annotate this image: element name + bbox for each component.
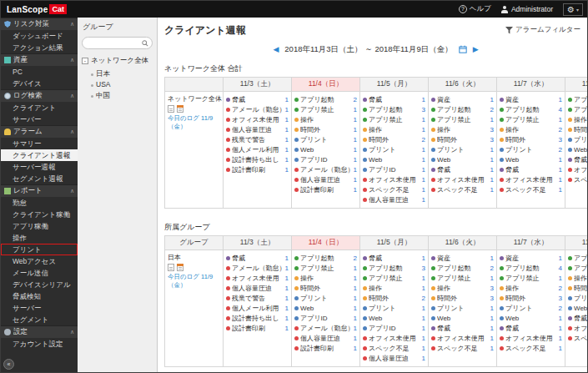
alarm-count-link[interactable]: 1 (422, 186, 425, 194)
prev-week-button[interactable]: ◀ (273, 45, 279, 53)
alarm-count-link[interactable]: 1 (422, 255, 425, 262)
sidebar-section-header[interactable]: 資産∧ (1, 53, 78, 66)
alarm-count-link[interactable]: 1 (285, 295, 289, 302)
alarm-count-link[interactable]: 1 (422, 116, 425, 123)
alarm-count-link[interactable]: 3 (422, 106, 425, 113)
alarm-count-link[interactable]: 1 (490, 156, 494, 164)
alarm-count-link[interactable]: 1 (490, 176, 494, 184)
sidebar-item[interactable]: 操作 (1, 232, 78, 244)
sidebar-item[interactable]: サーバー週報 (1, 161, 78, 173)
alarm-count-link[interactable]: 1 (285, 285, 289, 292)
sidebar-item[interactable]: デバイスシリアル (1, 279, 78, 290)
alarm-count-link[interactable]: 1 (285, 325, 289, 332)
alarm-count-link[interactable]: 1 (285, 106, 289, 113)
alarm-count-link[interactable]: 1 (559, 255, 562, 262)
sidebar-item[interactable]: クライアント稼働 (1, 209, 78, 220)
alarm-count-link[interactable]: 4 (559, 106, 562, 113)
alarm-count-link[interactable]: 1 (490, 335, 494, 342)
sidebar-item[interactable]: セグメント週報 (1, 173, 78, 184)
alarm-count-link[interactable]: 1 (422, 325, 425, 332)
alarm-count-link[interactable]: 1 (285, 315, 289, 322)
sidebar-item[interactable]: ダッシュボード (1, 30, 78, 42)
sidebar-item[interactable]: サマリー (1, 138, 78, 149)
alarm-count-link[interactable]: 1 (559, 345, 562, 352)
alarm-count-link[interactable]: 1 (490, 305, 494, 312)
sidebar-collapse-button[interactable]: « (3, 359, 14, 370)
alarm-count-link[interactable]: 1 (490, 345, 494, 352)
alarm-count-link[interactable]: 1 (285, 116, 289, 123)
tree-node[interactable]: 中国 (82, 90, 153, 101)
alarm-count-link[interactable]: 1 (422, 166, 425, 174)
alarm-count-link[interactable]: 1 (490, 96, 494, 103)
sidebar-section-header[interactable]: レポート∧ (1, 184, 78, 197)
alarm-count-link[interactable]: 1 (559, 325, 562, 332)
alarm-count-link[interactable]: 1 (354, 156, 357, 164)
alarm-count-link[interactable]: 1 (422, 126, 425, 134)
alarm-count-link[interactable]: 1 (354, 106, 357, 113)
alarm-count-link[interactable]: 3 (422, 265, 425, 272)
alarm-count-link[interactable]: 1 (285, 275, 289, 282)
alarm-count-link[interactable]: 1 (559, 315, 562, 322)
alarm-count-link[interactable]: 1 (422, 355, 425, 362)
alarm-count-link[interactable]: 1 (354, 335, 357, 342)
alarm-count-link[interactable]: 2 (422, 295, 425, 302)
tree-node-network-all[interactable]: - ネットワーク全体 (82, 56, 153, 66)
alarm-filter-button[interactable]: アラームフィルター (505, 25, 580, 35)
sidebar-item[interactable]: クライアント週報 (1, 149, 78, 161)
alarm-count-link[interactable]: 2 (559, 285, 562, 292)
log-list-icon[interactable] (168, 264, 174, 271)
alarm-count-link[interactable]: 1 (354, 265, 357, 272)
alarm-count-link[interactable]: 1 (490, 116, 494, 123)
alarm-count-link[interactable]: 1 (422, 345, 425, 352)
alarm-count-link[interactable]: 4 (559, 265, 562, 272)
alarm-count-link[interactable]: 3 (559, 136, 562, 144)
alarm-count-link[interactable]: 3 (490, 136, 494, 144)
sidebar-item[interactable]: サーバー (1, 302, 78, 314)
alarm-count-link[interactable]: 1 (354, 295, 357, 302)
alarm-count-link[interactable]: 1 (354, 146, 357, 154)
alarm-count-link[interactable]: 1 (559, 275, 562, 282)
alarm-count-link[interactable]: 2 (354, 96, 357, 103)
alarm-count-link[interactable]: 1 (422, 146, 425, 154)
alarm-count-link[interactable]: 1 (559, 96, 562, 103)
user-menu[interactable]: Administrator (501, 5, 553, 13)
alarm-count-link[interactable]: 1 (422, 96, 425, 103)
next-week-button[interactable]: ▶ (473, 45, 479, 53)
alarm-count-link[interactable]: 1 (559, 335, 562, 342)
alarm-count-link[interactable]: 1 (285, 146, 289, 154)
alarm-count-link[interactable]: 1 (559, 186, 562, 194)
alarm-count-link[interactable]: 1 (285, 265, 289, 272)
alarm-count-link[interactable]: 2 (422, 136, 425, 144)
alarm-count-link[interactable]: 2 (490, 106, 494, 113)
log-calendar-icon[interactable] (177, 264, 183, 271)
sidebar-item[interactable]: セグメント (1, 314, 78, 325)
alarm-count-link[interactable]: 2 (559, 305, 562, 312)
alarm-count-link[interactable]: 1 (559, 156, 562, 164)
alarm-count-link[interactable]: 1 (285, 136, 289, 144)
group-search-input[interactable] (86, 39, 142, 47)
alarm-count-link[interactable]: 1 (285, 126, 289, 134)
alarm-count-link[interactable]: 1 (354, 285, 357, 292)
alarm-count-link[interactable]: 1 (354, 275, 357, 282)
alarm-count-link[interactable]: 1 (285, 166, 289, 174)
log-calendar-icon[interactable] (177, 105, 183, 113)
today-log-link[interactable]: 今日のログ 11/9（金） (168, 114, 220, 130)
alarm-count-link[interactable]: 3 (490, 285, 494, 292)
alarm-count-link[interactable]: 2 (490, 265, 494, 272)
alarm-count-link[interactable]: 1 (490, 146, 494, 154)
today-log-link[interactable]: 今日のログ 11/9（金） (168, 273, 220, 289)
alarm-count-link[interactable]: 1 (422, 315, 425, 322)
tree-collapse-icon[interactable]: - (82, 58, 88, 64)
tree-node[interactable]: USA (82, 79, 153, 90)
alarm-count-link[interactable]: 1 (559, 176, 562, 184)
alarm-count-link[interactable]: 1 (422, 196, 425, 204)
sidebar-item[interactable]: アカウント設定 (1, 338, 78, 350)
sidebar-item[interactable]: クライアント (1, 102, 78, 113)
alarm-count-link[interactable]: 3 (490, 126, 494, 134)
alarm-count-link[interactable]: 1 (490, 166, 494, 174)
calendar-icon[interactable] (459, 45, 467, 53)
sidebar-item[interactable]: デバイス (1, 78, 78, 89)
tree-node[interactable]: 日本 (82, 68, 153, 79)
alarm-count-link[interactable]: 1 (354, 126, 357, 134)
sidebar-item[interactable]: サーバー (1, 113, 78, 125)
